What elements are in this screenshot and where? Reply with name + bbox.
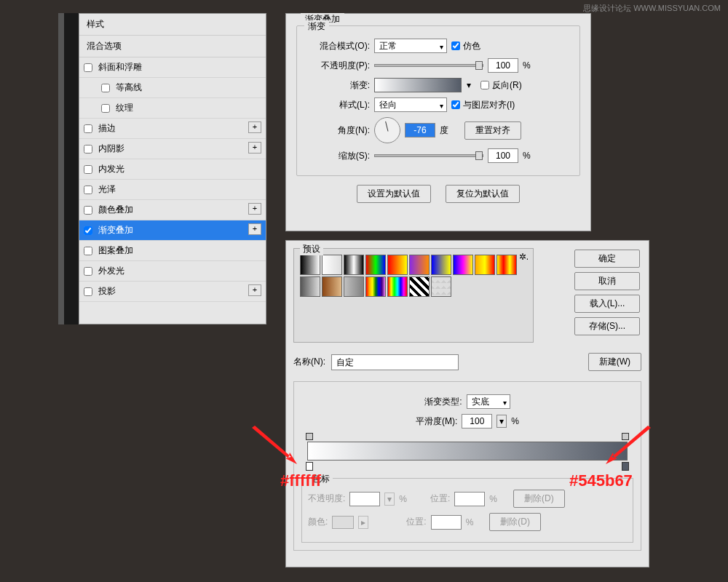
preset-swatch-5[interactable] xyxy=(409,255,430,275)
style-item-2[interactable]: 纹理 xyxy=(79,98,266,119)
style-item-0[interactable]: 斜面和浮雕 xyxy=(79,57,266,78)
preset-swatch-11[interactable] xyxy=(322,276,342,297)
gradient-editor-panel: 预设 ✲. 确定 取消 载入(L)... 存储(S)... 名称(N): 自定 … xyxy=(285,240,649,567)
blend-options-header[interactable]: 混合选项 xyxy=(79,36,266,57)
blend-mode-dropdown[interactable]: 正常 xyxy=(374,39,447,53)
add-icon[interactable]: + xyxy=(248,284,261,296)
new-button[interactable]: 新建(W) xyxy=(588,353,641,371)
style-item-11[interactable]: 投影+ xyxy=(79,282,266,302)
dropdown-arrow-icon[interactable]: ▾ xyxy=(496,415,507,428)
cancel-button[interactable]: 取消 xyxy=(574,272,640,290)
style-checkbox[interactable] xyxy=(84,145,92,154)
style-checkbox[interactable] xyxy=(84,267,92,276)
gradient-group: 渐变 混合模式(O): 正常 仿色 不透明度(P): 100 % 渐变: 反向(… xyxy=(296,25,580,176)
delete-button-2: 删除(D) xyxy=(489,513,541,531)
preset-swatch-0[interactable] xyxy=(300,255,320,275)
style-checkbox[interactable] xyxy=(84,206,92,215)
preset-swatch-9[interactable] xyxy=(496,255,517,275)
gradient-preview[interactable] xyxy=(374,78,462,92)
style-item-8[interactable]: 渐变叠加+ xyxy=(79,220,266,241)
preset-swatch-6[interactable] xyxy=(431,255,451,275)
style-checkbox[interactable] xyxy=(101,84,110,92)
preset-swatch-4[interactable] xyxy=(387,255,408,275)
save-button[interactable]: 存储(S)... xyxy=(574,317,640,335)
style-checkbox[interactable] xyxy=(84,165,92,174)
pct-label: % xyxy=(523,151,531,161)
color-stop-left[interactable] xyxy=(306,462,313,471)
set-default-button[interactable]: 设置为默认值 xyxy=(357,185,431,203)
scale-input[interactable]: 100 xyxy=(488,148,518,163)
dark-strip xyxy=(58,13,64,324)
add-icon[interactable]: + xyxy=(248,121,261,133)
angle-input[interactable]: -76 xyxy=(405,123,435,137)
reset-default-button[interactable]: 复位为默认值 xyxy=(446,185,520,203)
preset-swatch-3[interactable] xyxy=(365,255,386,275)
style-checkbox[interactable] xyxy=(84,186,92,194)
preset-label: 预设 xyxy=(300,243,323,255)
color-swatch xyxy=(332,516,354,529)
style-label: 纹理 xyxy=(116,102,133,114)
style-item-4[interactable]: 内阴影+ xyxy=(79,139,266,159)
style-label: 光泽 xyxy=(98,183,116,196)
preset-swatch-2[interactable] xyxy=(344,255,364,275)
add-icon[interactable]: + xyxy=(248,142,261,154)
dark-strip xyxy=(64,13,79,324)
name-input[interactable]: 自定 xyxy=(331,354,459,370)
gear-icon[interactable]: ✲. xyxy=(519,252,529,262)
reset-align-button[interactable]: 重置对齐 xyxy=(464,121,521,140)
preset-swatch-15[interactable] xyxy=(409,276,430,297)
style-checkbox[interactable] xyxy=(84,287,92,296)
svg-marker-0 xyxy=(252,426,297,464)
load-button[interactable]: 载入(L)... xyxy=(574,295,640,313)
pos-label: 位置: xyxy=(406,516,426,528)
reverse-checkbox[interactable]: 反向(R) xyxy=(480,79,522,92)
preset-swatch-12[interactable] xyxy=(344,276,364,297)
opacity-stop-left[interactable] xyxy=(306,433,313,440)
opacity-input[interactable]: 100 xyxy=(488,58,518,73)
angle-label: 角度(N): xyxy=(304,124,370,137)
style-label: 等高线 xyxy=(116,81,142,94)
style-dropdown[interactable]: 径向 xyxy=(374,97,447,112)
preset-swatch-7[interactable] xyxy=(453,255,473,275)
style-item-9[interactable]: 图案叠加 xyxy=(79,241,266,261)
svg-marker-1 xyxy=(606,426,651,464)
gradient-bar[interactable] xyxy=(307,442,628,461)
style-label: 图案叠加 xyxy=(98,244,133,257)
style-item-3[interactable]: 描边+ xyxy=(79,119,266,139)
align-checkbox[interactable]: 与图层对齐(I) xyxy=(451,99,515,111)
type-dropdown[interactable]: 实底 xyxy=(467,394,510,409)
style-checkbox[interactable] xyxy=(84,247,92,255)
style-item-1[interactable]: 等高线 xyxy=(79,78,266,98)
pct-label: % xyxy=(466,517,474,527)
style-item-7[interactable]: 颜色叠加+ xyxy=(79,200,266,220)
opacity-label: 不透明度(P): xyxy=(304,60,370,72)
scale-label: 缩放(S): xyxy=(304,150,370,162)
preset-swatch-10[interactable] xyxy=(300,276,320,297)
style-checkbox[interactable] xyxy=(101,104,110,113)
pct-label: % xyxy=(399,494,407,504)
style-item-5[interactable]: 内发光 xyxy=(79,159,266,180)
pos2-input xyxy=(431,515,462,530)
preset-swatch-14[interactable] xyxy=(387,276,408,297)
preset-swatch-13[interactable] xyxy=(365,276,386,297)
delete-button: 删除(D) xyxy=(513,490,565,508)
opacity2-input xyxy=(349,492,380,506)
add-icon[interactable]: + xyxy=(248,223,261,235)
style-label: 内发光 xyxy=(98,163,124,175)
dither-checkbox[interactable]: 仿色 xyxy=(451,40,480,52)
add-icon[interactable]: + xyxy=(248,203,261,215)
style-item-6[interactable]: 光泽 xyxy=(79,180,266,200)
preset-swatch-16[interactable] xyxy=(431,276,451,297)
ok-button[interactable]: 确定 xyxy=(574,250,640,268)
opacity-slider[interactable] xyxy=(374,64,483,67)
style-label: 颜色叠加 xyxy=(98,204,133,216)
preset-swatch-1[interactable] xyxy=(322,255,342,275)
style-checkbox[interactable] xyxy=(84,63,92,72)
preset-swatch-8[interactable] xyxy=(475,255,495,275)
smooth-input[interactable]: 100 xyxy=(462,414,492,428)
style-checkbox[interactable] xyxy=(84,226,92,235)
scale-slider[interactable] xyxy=(374,154,483,157)
style-checkbox[interactable] xyxy=(84,124,92,133)
angle-dial[interactable] xyxy=(374,117,400,143)
style-item-10[interactable]: 外发光 xyxy=(79,261,266,282)
